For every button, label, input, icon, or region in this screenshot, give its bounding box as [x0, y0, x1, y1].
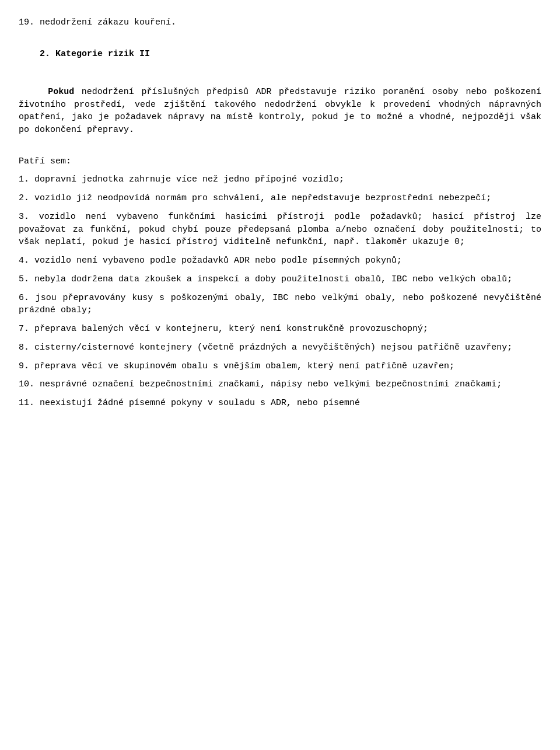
patri-sem: Patří sem:	[19, 155, 541, 168]
list-item-7-text: 7. přeprava balených věcí v kontejneru, …	[19, 324, 428, 334]
list-item-8-text: 8. cisterny/cisternové kontejnery (včetn…	[19, 343, 512, 353]
list-item-5-text: 5. nebyla dodržena data zkoušek a inspek…	[19, 274, 512, 284]
list-item-8: 8. cisterny/cisternové kontejnery (včetn…	[19, 341, 541, 354]
list-item-3: 3. vozidlo není vybaveno funkčními hasic…	[19, 211, 541, 249]
heading-category-2: 2. Kategorie rizik II	[19, 35, 541, 73]
list-item-3-text: 3. vozidlo není vybaveno funkčními hasic…	[19, 212, 541, 247]
list-item-2: 2. vozidlo již neodpovídá normám pro sch…	[19, 192, 541, 205]
list-item-7: 7. přeprava balených věcí v kontejneru, …	[19, 323, 541, 336]
list-item-4: 4. vozidlo není vybaveno podle požadavků…	[19, 254, 541, 267]
list-item-9-text: 9. přeprava věcí ve skupinovém obalu s v…	[19, 361, 454, 371]
list-item-5: 5. nebyla dodržena data zkoušek a inspek…	[19, 273, 541, 286]
list-item-1: 1. dopravní jednotka zahrnuje více než j…	[19, 173, 541, 186]
pokud-bold: Pokud	[48, 87, 74, 97]
list-item-6: 6. jsou přepravovány kusy s poškozenými …	[19, 292, 541, 318]
list-item-6-text: 6. jsou přepravovány kusy s poškozenými …	[19, 293, 541, 316]
pokud-rest: nedodržení příslušných předpisů ADR před…	[19, 87, 547, 135]
line-19: 19. nedodržení zákazu kouření.	[19, 16, 541, 29]
para-pokud: Pokud nedodržení příslušných předpisů AD…	[19, 73, 541, 149]
list-item-9: 9. přeprava věcí ve skupinovém obalu s v…	[19, 360, 541, 373]
list-item-11-text: 11. neexistují žádné písemné pokyny v so…	[19, 398, 360, 408]
list-item-11: 11. neexistují žádné písemné pokyny v so…	[19, 397, 541, 410]
list-item-10-text: 10. nesprávné označení bezpečnostními zn…	[19, 379, 502, 389]
heading-bold-part: 2. Kategorie rizik II	[40, 49, 150, 59]
document-content: 19. nedodržení zákazu kouření. 2. Katego…	[19, 16, 541, 410]
list-item-10: 10. nesprávné označení bezpečnostními zn…	[19, 378, 541, 391]
list-item-4-text: 4. vozidlo není vybaveno podle požadavků…	[19, 256, 402, 266]
